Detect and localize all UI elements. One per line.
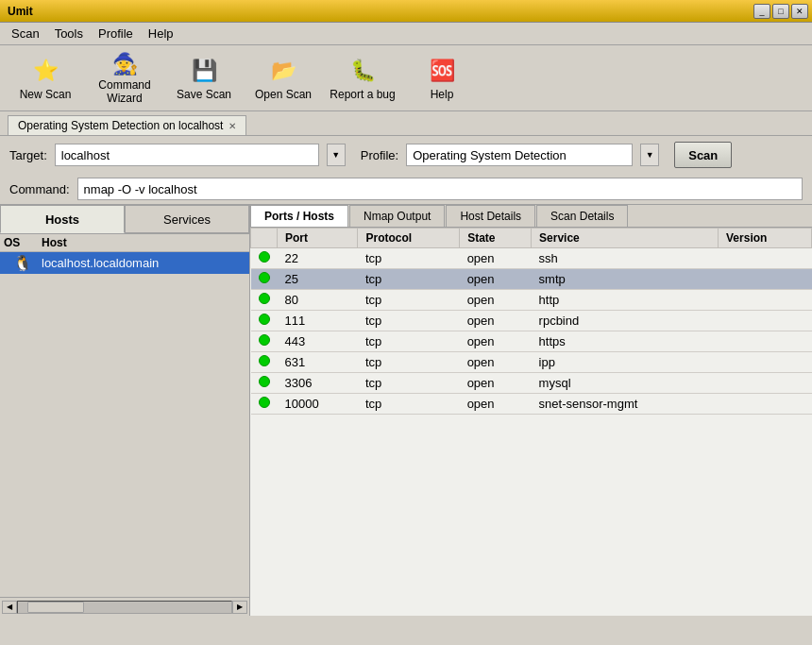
table-row[interactable]: 25tcpopensmtp: [251, 269, 812, 290]
toolbar: ⭐ New Scan 🧙 Command Wizard 💾 Save Scan …: [0, 45, 812, 111]
ports-table: Port Protocol State Service Version 22tc…: [250, 228, 812, 415]
col-header-status: [251, 229, 278, 248]
scroll-left-button[interactable]: ◀: [2, 601, 17, 614]
scan-tab-label: Operating System Detection on localhost: [18, 119, 223, 132]
minimize-button[interactable]: _: [753, 4, 770, 19]
state-cell: open: [460, 352, 532, 373]
version-cell: [719, 290, 812, 311]
menu-profile[interactable]: Profile: [91, 25, 141, 42]
command-wizard-label: Command Wizard: [92, 78, 158, 105]
col-host-header: Host: [42, 236, 245, 249]
status-cell: [251, 248, 278, 269]
state-cell: open: [460, 248, 532, 269]
tab-scan-details[interactable]: Scan Details: [536, 205, 628, 227]
state-cell: open: [460, 290, 532, 311]
status-cell: [251, 311, 278, 331]
table-row[interactable]: 80tcpopenhttp: [251, 290, 812, 311]
report-bug-button[interactable]: 🐛 Report a bug: [325, 50, 400, 107]
help-label: Help: [431, 88, 454, 101]
help-icon: 🆘: [427, 56, 457, 86]
left-panel: Hosts Services OS Host 🐧 localhost.local…: [0, 205, 250, 616]
service-cell: mysql: [532, 373, 719, 394]
state-cell: open: [460, 373, 532, 394]
tab-nmap-output[interactable]: Nmap Output: [349, 205, 445, 227]
table-row[interactable]: 111tcpopenrpcbind: [251, 311, 812, 331]
target-dropdown-button[interactable]: ▼: [327, 144, 346, 166]
tab-ports-hosts[interactable]: Ports / Hosts: [250, 205, 348, 227]
version-cell: [719, 373, 812, 394]
new-scan-label: New Scan: [20, 88, 72, 101]
col-os-header: OS: [4, 236, 42, 249]
command-label: Command:: [9, 182, 70, 196]
table-row[interactable]: 10000tcpopensnet-sensor-mgmt: [251, 394, 812, 415]
close-button[interactable]: ✕: [791, 4, 808, 19]
status-cell: [251, 352, 278, 373]
port-cell: 22: [278, 248, 358, 269]
scrollbar-thumb[interactable]: [27, 602, 84, 613]
title-bar-text: Umit: [4, 5, 33, 18]
col-header-port: Port: [278, 229, 358, 248]
service-cell: https: [532, 331, 719, 352]
status-dot: [259, 334, 270, 346]
status-dot: [259, 293, 270, 304]
menu-bar: Scan Tools Profile Help: [0, 23, 812, 45]
table-row[interactable]: 631tcpopenipp: [251, 352, 812, 373]
col-header-protocol: Protocol: [358, 229, 460, 248]
col-header-state: State: [460, 229, 532, 248]
service-cell: snet-sensor-mgmt: [532, 394, 719, 415]
protocol-cell: tcp: [358, 311, 460, 331]
port-cell: 111: [278, 311, 358, 331]
host-list-item[interactable]: 🐧 localhost.localdomain: [0, 252, 249, 274]
profile-input[interactable]: [406, 144, 633, 166]
title-bar: Umit _ □ ✕: [0, 0, 812, 23]
status-dot: [259, 355, 270, 366]
scroll-right-button[interactable]: ▶: [232, 601, 247, 614]
version-cell: [719, 352, 812, 373]
hosts-tab[interactable]: Hosts: [0, 205, 125, 233]
maximize-button[interactable]: □: [772, 4, 789, 19]
services-tab[interactable]: Services: [125, 205, 249, 233]
port-cell: 80: [278, 290, 358, 311]
col-header-service: Service: [532, 229, 719, 248]
new-scan-icon: ⭐: [30, 56, 60, 86]
target-input[interactable]: [55, 144, 319, 166]
status-cell: [251, 373, 278, 394]
profile-label: Profile:: [361, 148, 398, 162]
host-service-tabs: Hosts Services: [0, 205, 249, 234]
protocol-cell: tcp: [358, 394, 460, 415]
command-input[interactable]: [77, 178, 803, 200]
menu-help[interactable]: Help: [141, 25, 181, 42]
report-bug-label: Report a bug: [330, 88, 395, 101]
table-row[interactable]: 443tcpopenhttps: [251, 331, 812, 352]
save-scan-button[interactable]: 💾 Save Scan: [166, 50, 242, 107]
state-cell: open: [460, 331, 532, 352]
open-scan-button[interactable]: 📂 Open Scan: [245, 50, 321, 107]
scan-tab-close[interactable]: ✕: [228, 121, 236, 131]
port-cell: 10000: [278, 394, 358, 415]
service-cell: ipp: [532, 352, 719, 373]
table-row[interactable]: 22tcpopenssh: [251, 248, 812, 269]
new-scan-button[interactable]: ⭐ New Scan: [8, 50, 83, 107]
host-list-header: OS Host: [0, 234, 249, 252]
service-cell: rpcbind: [532, 311, 719, 331]
menu-tools[interactable]: Tools: [47, 25, 91, 42]
status-dot: [259, 376, 270, 387]
help-button[interactable]: 🆘 Help: [404, 50, 480, 107]
profile-dropdown-button[interactable]: ▼: [640, 144, 659, 166]
port-cell: 3306: [278, 373, 358, 394]
right-panel: Ports / Hosts Nmap Output Host Details S…: [250, 205, 812, 616]
status-dot: [259, 251, 270, 263]
scan-button[interactable]: Scan: [674, 142, 732, 168]
menu-scan[interactable]: Scan: [4, 25, 47, 42]
scrollbar-track: [17, 601, 232, 614]
version-cell: [719, 331, 812, 352]
protocol-cell: tcp: [358, 373, 460, 394]
command-wizard-button[interactable]: 🧙 Command Wizard: [87, 50, 162, 107]
col-header-version: Version: [719, 229, 812, 248]
tab-host-details[interactable]: Host Details: [446, 205, 535, 227]
table-row[interactable]: 3306tcpopenmysql: [251, 373, 812, 394]
host-os-icon: 🐧: [4, 254, 42, 272]
protocol-cell: tcp: [358, 269, 460, 290]
target-row: Target: ▼ Profile: ▼ Scan: [0, 136, 812, 174]
scan-tab-active[interactable]: Operating System Detection on localhost …: [8, 115, 246, 135]
